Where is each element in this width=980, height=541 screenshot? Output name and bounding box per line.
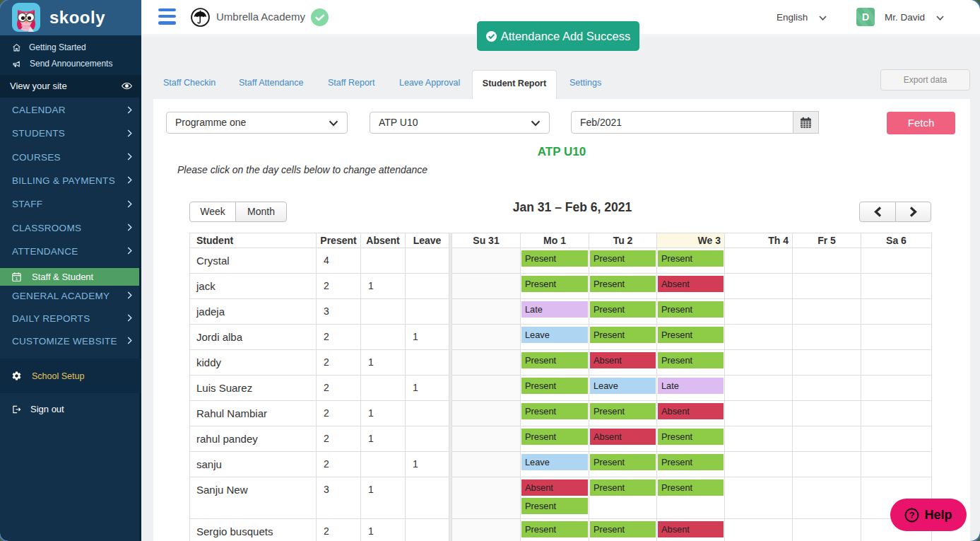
- svg-text:1: 1: [16, 276, 18, 281]
- svg-text:?: ?: [909, 511, 915, 520]
